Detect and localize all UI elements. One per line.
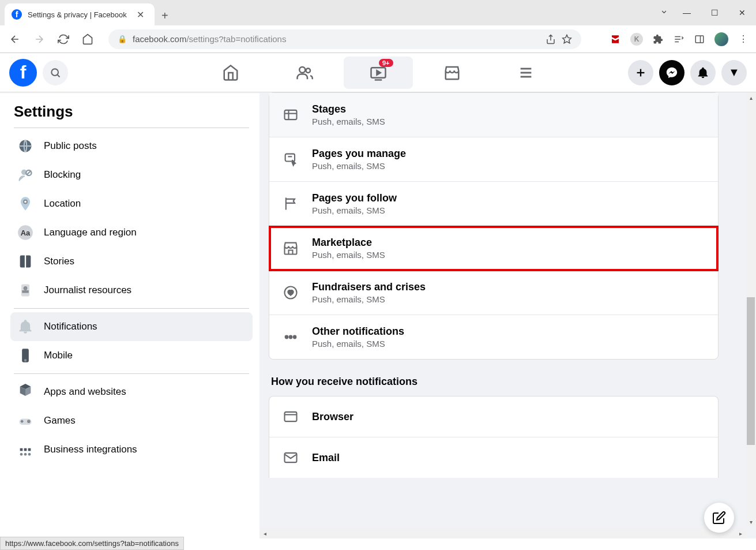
status-bar: https://www.facebook.com/settings?tab=no… xyxy=(0,537,184,550)
browser-chrome: f Settings & privacy | Facebook ✕ + ⌄ — … xyxy=(0,0,756,53)
url-text: facebook.com/settings?tab=notifications xyxy=(133,34,540,44)
back-button[interactable] xyxy=(7,31,23,47)
minimize-button[interactable]: — xyxy=(673,3,701,22)
sidebar-item-label: Location xyxy=(44,198,81,209)
sidebar-item-location[interactable]: Location xyxy=(10,189,253,218)
reading-list-icon[interactable] xyxy=(673,33,684,45)
scroll-left-arrow[interactable]: ◂ xyxy=(259,528,270,538)
svg-rect-22 xyxy=(21,285,29,297)
horizontal-scrollbar[interactable]: ◂ ▸ xyxy=(259,528,746,538)
svg-point-32 xyxy=(20,453,23,456)
notif-row-browser[interactable]: Browser xyxy=(269,396,718,437)
sidebar-item-label: Blocking xyxy=(44,169,81,181)
scroll-right-arrow[interactable]: ▸ xyxy=(735,528,746,538)
bell-icon xyxy=(15,316,36,337)
main-panel: StagesPush, emails, SMSPages you manageP… xyxy=(259,92,756,538)
svg-point-23 xyxy=(24,287,27,290)
notif-row-stages[interactable]: StagesPush, emails, SMS xyxy=(269,93,718,137)
tab-title: Settings & privacy | Facebook xyxy=(28,10,133,19)
nav-marketplace[interactable] xyxy=(418,57,487,89)
sidebar-item-mobile[interactable]: Mobile xyxy=(10,341,253,370)
svg-point-33 xyxy=(24,453,27,456)
svg-rect-31 xyxy=(28,448,31,451)
menu-icon[interactable]: ⋮ xyxy=(738,33,749,45)
notif-row-other-notifications[interactable]: Other notificationsPush, emails, SMS xyxy=(269,315,718,359)
svg-rect-44 xyxy=(285,412,297,421)
row-title: Email xyxy=(312,452,340,464)
nav-friends[interactable] xyxy=(270,57,339,89)
notifications-button[interactable] xyxy=(690,60,716,85)
messenger-button[interactable] xyxy=(659,60,684,85)
sidebar-item-label: Business integrations xyxy=(44,444,137,455)
sidebar-item-business-integrations[interactable]: Business integrations xyxy=(10,435,253,464)
notif-row-marketplace[interactable]: MarketplacePush, emails, SMS xyxy=(269,226,718,271)
sidebar-item-label: Public posts xyxy=(44,140,97,152)
extension-k-icon[interactable]: K xyxy=(630,33,643,46)
svg-rect-1 xyxy=(695,36,704,43)
svg-line-18 xyxy=(27,171,31,175)
scroll-thumb[interactable] xyxy=(747,297,755,445)
svg-text:Aa: Aa xyxy=(21,229,31,237)
divider xyxy=(14,128,249,128)
search-button[interactable] xyxy=(43,60,68,85)
mcafee-extension-icon[interactable] xyxy=(610,33,621,45)
svg-point-28 xyxy=(28,420,30,422)
notif-row-email[interactable]: Email xyxy=(269,437,718,478)
sidebar-item-label: Games xyxy=(44,415,76,426)
facebook-center-nav: 9+ xyxy=(196,57,561,89)
scroll-down-arrow[interactable]: ▾ xyxy=(746,517,756,527)
notif-row-pages-you-follow[interactable]: Pages you followPush, emails, SMS xyxy=(269,182,718,226)
flag-cursor-icon xyxy=(281,149,300,169)
sidebar-item-label: Stories xyxy=(44,256,74,267)
svg-point-5 xyxy=(299,67,305,73)
extensions-icon[interactable] xyxy=(652,33,664,45)
sidebar-item-notifications[interactable]: Notifications xyxy=(10,312,253,341)
book-icon xyxy=(15,251,36,272)
close-window-button[interactable]: ✕ xyxy=(728,3,756,22)
svg-rect-35 xyxy=(285,110,297,119)
create-button[interactable] xyxy=(628,60,653,85)
account-button[interactable]: ▼ xyxy=(721,60,747,85)
nav-home[interactable] xyxy=(196,57,265,89)
sidebar-item-journalist-resources[interactable]: Journalist resources xyxy=(10,276,253,305)
nav-menu[interactable] xyxy=(491,57,561,89)
sidebar-item-language-and-region[interactable]: AaLanguage and region xyxy=(10,218,253,247)
sidebar-item-public-posts[interactable]: Public posts xyxy=(10,132,253,160)
facebook-logo[interactable]: f xyxy=(9,59,37,87)
row-subtitle: Push, emails, SMS xyxy=(312,161,406,171)
maximize-button[interactable]: ☐ xyxy=(701,3,728,22)
browser-tab[interactable]: f Settings & privacy | Facebook ✕ xyxy=(5,3,155,25)
scroll-up-arrow[interactable]: ▴ xyxy=(746,92,756,103)
tabs-dropdown-icon[interactable]: ⌄ xyxy=(660,3,668,22)
lock-icon: 🔒 xyxy=(118,35,127,43)
nav-watch[interactable]: 9+ xyxy=(344,57,413,89)
address-bar[interactable]: 🔒 facebook.com/settings?tab=notification… xyxy=(108,29,581,49)
badge-icon xyxy=(15,280,36,301)
reload-button[interactable] xyxy=(55,31,72,47)
sidebar-item-stories[interactable]: Stories xyxy=(10,247,253,276)
sidebar-item-games[interactable]: Games xyxy=(10,406,253,435)
user-block-icon xyxy=(15,164,36,185)
side-panel-icon[interactable] xyxy=(694,33,705,45)
notif-row-fundraisers-and-crises[interactable]: Fundraisers and crisesPush, emails, SMS xyxy=(269,271,718,315)
new-tab-button[interactable]: + xyxy=(161,9,168,23)
sidebar-item-blocking[interactable]: Blocking xyxy=(10,160,253,189)
heart-coin-icon xyxy=(281,283,300,302)
notif-row-pages-you-manage[interactable]: Pages you managePush, emails, SMS xyxy=(269,137,718,182)
forward-button[interactable] xyxy=(31,31,47,47)
games-icon xyxy=(15,410,36,431)
globe-icon xyxy=(15,136,36,156)
sidebar-item-label: Apps and websites xyxy=(44,386,126,398)
row-title: Fundraisers and crises xyxy=(312,281,426,293)
profile-avatar[interactable] xyxy=(714,32,728,46)
close-tab-icon[interactable]: ✕ xyxy=(133,9,148,20)
home-button[interactable] xyxy=(80,31,96,47)
share-icon[interactable] xyxy=(546,34,556,44)
bookmark-icon[interactable] xyxy=(562,34,572,44)
compose-fab[interactable] xyxy=(704,503,734,533)
vertical-scrollbar[interactable]: ▴ ▾ xyxy=(746,92,756,527)
sidebar-item-apps-and-websites[interactable]: Apps and websites xyxy=(10,377,253,406)
svg-marker-8 xyxy=(377,70,380,75)
dots-icon xyxy=(281,327,300,347)
row-subtitle: Push, emails, SMS xyxy=(312,117,385,126)
